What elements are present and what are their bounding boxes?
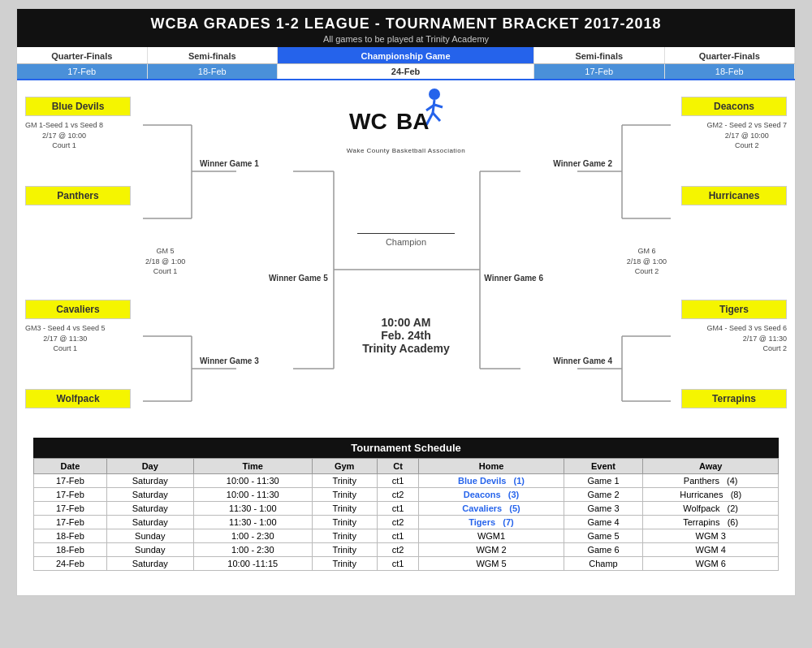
team-label-blue-devils: Blue Devils (25, 97, 131, 116)
cell-away: WGM 6 (643, 557, 779, 571)
cell-day: Saturday (106, 502, 193, 516)
page-subtitle: All games to be played at Trinity Academ… (20, 34, 792, 44)
team-wolfpack: Wolfpack (25, 389, 131, 408)
header-section: WCBA GRADES 1-2 LEAGUE - TOURNAMENT BRAC… (17, 9, 795, 47)
cell-home: Tigers (7) (419, 516, 564, 529)
cell-day: Saturday (106, 474, 193, 488)
schedule-title: Tournament Schedule (33, 438, 779, 458)
cell-gym: Trinity (312, 516, 377, 529)
cell-home: Blue Devils (1) (419, 474, 564, 488)
cell-date: 17-Feb (34, 502, 107, 516)
cell-time: 11:30 - 1:00 (193, 502, 312, 516)
svg-text:WC: WC (349, 109, 387, 134)
team-terrapins: Terrapins (681, 389, 787, 408)
cell-gym: Trinity (312, 488, 377, 502)
cell-time: 10:00 - 11:30 (193, 474, 312, 488)
team-tigers: Tigers (681, 300, 787, 319)
round-sf-left: Semi-finals (148, 47, 279, 63)
cell-gym: Trinity (312, 557, 377, 571)
cell-ct: ct1 (377, 502, 419, 516)
main-container: WCBA GRADES 1-2 LEAGUE - TOURNAMENT BRAC… (16, 8, 796, 596)
col-date: Date (34, 459, 107, 474)
champion-label: Champion (357, 233, 455, 247)
cell-event: Game 5 (564, 529, 643, 543)
cell-ct: ct2 (377, 488, 419, 502)
page-title: WCBA GRADES 1-2 LEAGUE - TOURNAMENT BRAC… (20, 15, 792, 32)
col-gym: Gym (312, 459, 377, 474)
round-qf-right: Quarter-Finals (665, 47, 796, 63)
championship-info: 10:00 AM Feb. 24th Trinity Academy (362, 316, 450, 355)
cell-date: 17-Feb (34, 488, 107, 502)
cell-time: 10:00 - 11:30 (193, 488, 312, 502)
col-time: Time (193, 459, 312, 474)
svg-line-30 (434, 105, 443, 107)
cell-home: WGM1 (419, 529, 564, 543)
bracket-area: Blue Devils GM 1-Seed 1 vs Seed 8 2/17 @… (17, 80, 795, 430)
team-hurricanes: Hurricanes (681, 186, 787, 205)
cell-time: 11:30 - 1:00 (193, 516, 312, 529)
cell-gym: Trinity (312, 502, 377, 516)
cell-date: 24-Feb (34, 557, 107, 571)
cell-ct: ct2 (377, 516, 419, 529)
cell-gym: Trinity (312, 474, 377, 488)
cell-day: Sunday (106, 543, 193, 557)
game3-info: GM3 - Seed 4 vs Seed 5 2/17 @ 11:30 Cour… (25, 320, 106, 357)
col-ct: Ct (377, 459, 419, 474)
winner-game6: Winner Game 6 (484, 274, 543, 283)
cell-away: Panthers (4) (643, 474, 779, 488)
winner-game2: Winner Game 2 (553, 159, 612, 168)
col-away: Away (643, 459, 779, 474)
col-day: Day (106, 459, 193, 474)
round-dates: 17-Feb 18-Feb 24-Feb 17-Feb 18-Feb (17, 64, 795, 80)
cell-home: WGM 2 (419, 543, 564, 557)
table-row: 18-Feb Sunday 1:00 - 2:30 Trinity ct2 WG… (34, 543, 779, 557)
date-qf-right: 18-Feb (665, 64, 796, 79)
wcba-logo-area: WC BA Wake County Basketball Association (325, 84, 487, 154)
cell-event: Champ (564, 557, 643, 571)
round-qf-left: Quarter-Finals (17, 47, 148, 63)
wcba-logo-svg: WC BA (349, 84, 463, 149)
cell-day: Saturday (106, 488, 193, 502)
table-row: 17-Feb Saturday 10:00 - 11:30 Trinity ct… (34, 474, 779, 488)
date-sf-right: 17-Feb (534, 64, 665, 79)
game5-info: GM 5 2/18 @ 1:00 Court 1 (145, 243, 185, 280)
cell-event: Game 1 (564, 474, 643, 488)
date-champ: 24-Feb (278, 64, 534, 79)
team-cavaliers: Cavaliers (25, 300, 131, 319)
cell-date: 17-Feb (34, 474, 107, 488)
winner-game4: Winner Game 4 (553, 356, 612, 365)
cell-home: Cavaliers (5) (419, 502, 564, 516)
game1-info: GM 1-Seed 1 vs Seed 8 2/17 @ 10:00 Court… (25, 117, 103, 154)
cell-time: 1:00 - 2:30 (193, 529, 312, 543)
winner-game5: Winner Game 5 (269, 274, 328, 283)
winner-game1: Winner Game 1 (200, 159, 259, 168)
col-event: Event (564, 459, 643, 474)
cell-event: Game 2 (564, 488, 643, 502)
cell-day: Saturday (106, 557, 193, 571)
table-row: 18-Feb Sunday 1:00 - 2:30 Trinity ct1 WG… (34, 529, 779, 543)
game6-info: GM 6 2/18 @ 1:00 Court 2 (627, 243, 667, 280)
cell-away: WGM 4 (643, 543, 779, 557)
date-qf-left: 17-Feb (17, 64, 148, 79)
svg-text:BA: BA (396, 109, 429, 134)
table-row: 17-Feb Saturday 11:30 - 1:00 Trinity ct1… (34, 502, 779, 516)
table-row: 17-Feb Saturday 10:00 - 11:30 Trinity ct… (34, 488, 779, 502)
round-sf-right: Semi-finals (534, 47, 665, 63)
cell-event: Game 6 (564, 543, 643, 557)
cell-ct: ct1 (377, 557, 419, 571)
team-deacons: Deacons (681, 97, 787, 116)
game4-info: GM4 - Seed 3 vs Seed 6 2/17 @ 11:30 Cour… (706, 320, 787, 357)
schedule-section: Tournament Schedule Date Day Time Gym Ct… (33, 438, 779, 571)
cell-ct: ct1 (377, 529, 419, 543)
cell-ct: ct1 (377, 474, 419, 488)
cell-away: WGM 3 (643, 529, 779, 543)
cell-day: Sunday (106, 529, 193, 543)
cell-date: 18-Feb (34, 543, 107, 557)
winner-game3: Winner Game 3 (200, 356, 259, 365)
schedule-table: Date Day Time Gym Ct Home Event Away 17-… (33, 458, 779, 571)
cell-date: 17-Feb (34, 516, 107, 529)
round-champ: Championship Game (278, 47, 534, 63)
table-row: 24-Feb Saturday 10:00 -11:15 Trinity ct1… (34, 557, 779, 571)
table-row: 17-Feb Saturday 11:30 - 1:00 Trinity ct2… (34, 516, 779, 529)
team-label-panthers: Panthers (25, 186, 131, 205)
